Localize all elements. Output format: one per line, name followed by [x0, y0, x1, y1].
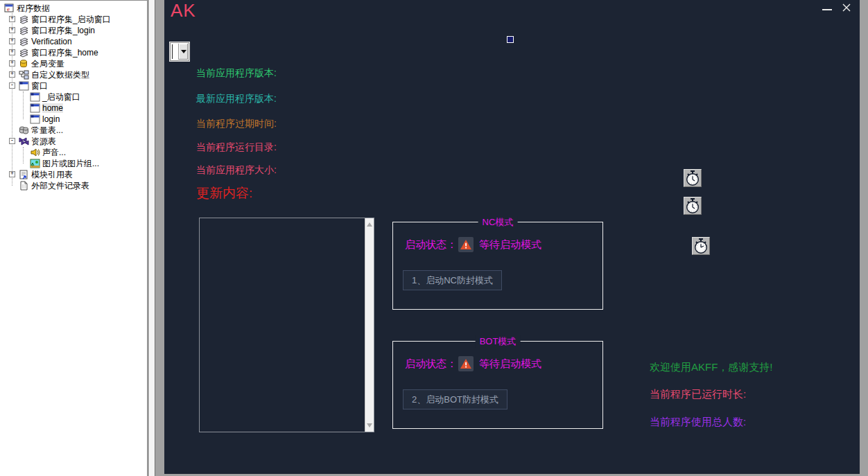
- tree-item-label: 图片或图片组...: [42, 159, 99, 168]
- timer-icon: [692, 237, 710, 255]
- code-set-icon: [19, 26, 29, 35]
- tree-item-label: 自定义数据类型: [31, 70, 89, 80]
- const-table-icon: [19, 125, 29, 135]
- label-runtime: 当前程序已运行时长:: [650, 388, 746, 401]
- tree-item-label: _启动窗口: [42, 92, 80, 102]
- tree-item[interactable]: +窗口程序集_启动窗口: [0, 14, 147, 25]
- svg-text:e: e: [7, 6, 10, 12]
- tree-item[interactable]: login: [0, 114, 147, 125]
- start-bot-mode-button[interactable]: 2、启动BOT防封模式: [403, 389, 507, 409]
- bot-status-row: 启动状态： 等待启动模式: [405, 355, 541, 372]
- bot-group-title: BOT模式: [476, 335, 521, 348]
- tree-item[interactable]: -窗口: [0, 80, 147, 91]
- label-app-size: 当前应用程序大小:: [196, 164, 277, 177]
- tree-item[interactable]: +窗口程序集_home: [0, 47, 147, 58]
- sound-icon: [30, 148, 40, 157]
- tree-item[interactable]: -资源表: [0, 136, 147, 147]
- update-content-listbox[interactable]: [199, 218, 374, 432]
- resource-table-icon: [19, 136, 29, 146]
- expand-icon[interactable]: +: [9, 27, 15, 33]
- tree-item-label: 常量表...: [31, 125, 63, 135]
- tree-item[interactable]: 图片或图片组...: [0, 158, 147, 169]
- tree-item-label: login: [42, 114, 60, 124]
- tree-item[interactable]: _启动窗口: [0, 91, 147, 103]
- global-var-icon: [19, 59, 29, 69]
- tree-item-label: 窗口程序集_启动窗口: [31, 15, 111, 24]
- tree-item[interactable]: e程序数据: [0, 3, 147, 14]
- tree-item[interactable]: 外部文件记录表: [0, 180, 147, 191]
- external-file-icon: [19, 181, 29, 191]
- nc-mode-group: NC模式 启动状态： 等待启动模式 1、启动NC防封模式: [392, 222, 603, 310]
- close-icon: [840, 1, 853, 15]
- nc-status-value: 等待启动模式: [479, 238, 541, 252]
- scroll-up-icon[interactable]: [367, 222, 372, 227]
- label-latest-version: 最新应用程序版本:: [196, 93, 277, 105]
- tree-item-label: 窗口程序集_home: [31, 48, 98, 58]
- minimize-button[interactable]: [819, 3, 835, 15]
- window-title: AK: [171, 0, 196, 21]
- start-nc-mode-button[interactable]: 1、启动NC防封模式: [403, 270, 502, 290]
- timer-icon: [684, 169, 702, 187]
- window-icon: [30, 103, 40, 113]
- combobox-caret: [172, 44, 173, 59]
- label-run-directory: 当前程序运行目录:: [196, 141, 277, 154]
- minimize-icon: [822, 9, 832, 10]
- nc-status-row: 启动状态： 等待启动模式: [405, 236, 541, 253]
- small-picture-box[interactable]: [507, 36, 514, 43]
- timer-icon: [684, 197, 702, 215]
- tree-item[interactable]: +Verification: [0, 36, 147, 47]
- close-button[interactable]: [840, 1, 853, 15]
- expand-icon[interactable]: +: [9, 38, 15, 44]
- tree-item-label: 窗口程序集_login: [31, 26, 95, 35]
- combobox-dropdown-button[interactable]: [178, 44, 188, 60]
- expand-icon[interactable]: +: [9, 49, 15, 55]
- scroll-down-icon[interactable]: [367, 423, 372, 427]
- warning-icon: [458, 237, 474, 252]
- tree-item[interactable]: +全局变量: [0, 58, 147, 69]
- project-tree: e程序数据+窗口程序集_启动窗口+窗口程序集_login+Verificatio…: [0, 1, 147, 476]
- expand-icon[interactable]: +: [9, 171, 15, 177]
- tree-item-label: 窗口: [31, 81, 48, 91]
- tree-item-label: Verification: [31, 37, 72, 46]
- expand-icon[interactable]: +: [9, 71, 15, 78]
- tree-scrollbar[interactable]: [149, 0, 155, 476]
- collapse-icon[interactable]: -: [9, 82, 15, 89]
- module-ref-icon: [19, 170, 29, 179]
- label-expire-time: 当前程序过期时间:: [196, 118, 277, 130]
- tree-item-label: 程序数据: [17, 3, 50, 13]
- tree-item[interactable]: +窗口程序集_login: [0, 25, 147, 36]
- bot-status-value: 等待启动模式: [479, 358, 541, 371]
- warning-icon: [458, 356, 474, 371]
- tree-item[interactable]: +自定义数据类型: [0, 69, 147, 80]
- bot-status-label: 启动状态：: [405, 358, 457, 371]
- tree-item-label: 资源表: [31, 136, 56, 146]
- tree-item[interactable]: +模块引用表: [0, 169, 147, 180]
- bot-mode-group: BOT模式 启动状态： 等待启动模式 2、启动BOT防封模式: [392, 341, 603, 429]
- window-icon: [19, 81, 29, 91]
- image-group-icon: [30, 159, 40, 168]
- combobox[interactable]: [170, 42, 189, 61]
- label-current-version: 当前应用程序版本:: [196, 67, 277, 80]
- tree-item-label: 全局变量: [31, 59, 64, 69]
- collapse-icon[interactable]: -: [9, 138, 15, 144]
- tree-item[interactable]: home: [0, 103, 147, 114]
- window-icon: [30, 114, 40, 124]
- welcome-text: 欢迎使用AKFF，感谢支持!: [650, 361, 773, 374]
- form-designer-window: AK 当前应用程序版本: 最新应用程序版本: 当前程序过期时间: 当前程序运行目…: [164, 0, 860, 474]
- tree-item[interactable]: 常量表...: [0, 125, 147, 136]
- code-set-icon: [19, 37, 29, 46]
- tree-item-label: 声音...: [42, 148, 66, 157]
- listbox-scrollbar[interactable]: [365, 218, 374, 432]
- nc-status-label: 启动状态：: [405, 238, 457, 252]
- tree-item[interactable]: 声音...: [0, 147, 147, 158]
- tree-item-label: 外部文件记录表: [31, 181, 89, 191]
- project-tree-panel: e程序数据+窗口程序集_启动窗口+窗口程序集_login+Verificatio…: [0, 0, 148, 476]
- code-set-icon: [19, 15, 29, 24]
- program-data-icon: e: [4, 3, 15, 13]
- nc-group-title: NC模式: [478, 216, 518, 229]
- code-set-icon: [19, 48, 29, 58]
- expand-icon[interactable]: +: [9, 60, 15, 67]
- tree-item-label: home: [42, 103, 63, 113]
- expand-icon[interactable]: +: [9, 16, 15, 22]
- tree-item-label: 模块引用表: [31, 170, 73, 179]
